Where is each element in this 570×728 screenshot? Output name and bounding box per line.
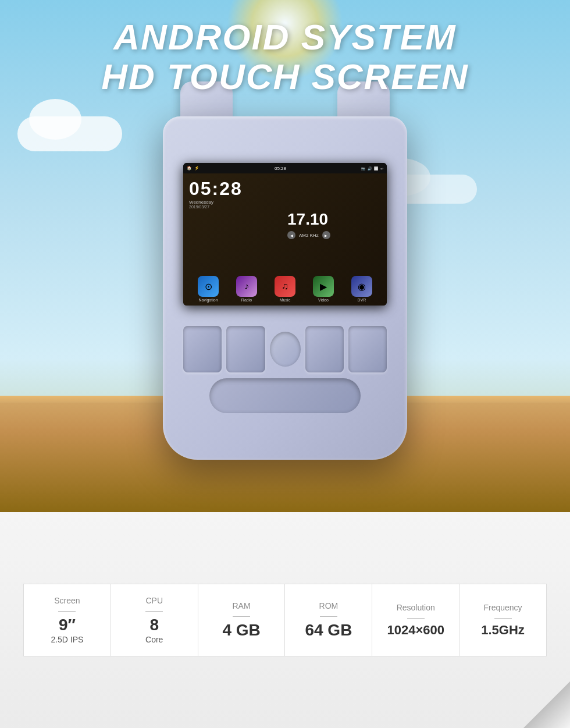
vent-slot-left1 (183, 326, 222, 372)
spec-rom: ROM 64 GB (284, 584, 372, 657)
spec-frequency-label: Frequency (483, 603, 522, 612)
spec-screen-value: 9″ (59, 616, 76, 634)
dvr-icon: ◉ (351, 276, 372, 297)
spec-rom-value: 64 GB (305, 622, 352, 640)
spec-ram-divider (233, 616, 250, 617)
spec-screen-sub: 2.5D IPS (51, 635, 83, 644)
spec-resolution-value: 1024×600 (387, 623, 444, 637)
vent-center (270, 332, 301, 367)
spec-cpu-label: CPU (145, 596, 163, 605)
app-video[interactable]: ▶ Video (313, 276, 334, 302)
spec-cpu-value: 8 (149, 616, 159, 634)
vent-row (183, 326, 387, 372)
radio-label: Radio (241, 298, 252, 302)
radio-mode: AM2 KHz (299, 233, 319, 238)
car-fascia: 🏠 ⚡ 05:28 📷 🔊 ⬜ ↩ 05:28 (163, 116, 407, 460)
radio-frequency: 17.10 (287, 210, 328, 229)
app-navigation[interactable]: ⊙ Navigation (198, 276, 219, 302)
status-right-icons: 📷 🔊 ⬜ ↩ (361, 166, 383, 171)
spec-cpu: CPU 8 Core (111, 584, 198, 657)
music-label: Music (280, 298, 290, 302)
heading-line2: HD TOUCH SCREEN (101, 56, 469, 97)
radio-icon: ♪ (236, 276, 257, 297)
music-icon: ♫ (275, 276, 295, 297)
status-bar: 🏠 ⚡ 05:28 📷 🔊 ⬜ ↩ (183, 163, 387, 173)
specs-grid: Screen 9″ 2.5D IPS CPU 8 Core RAM 4 GB R… (23, 584, 547, 657)
app-dvr[interactable]: ◉ DVR (351, 276, 372, 302)
spec-screen: Screen 9″ 2.5D IPS (23, 584, 111, 657)
bottom-vent (209, 378, 361, 413)
spec-screen-divider (58, 611, 76, 612)
spec-ram-value: 4 GB (222, 622, 260, 640)
spec-screen-label: Screen (54, 596, 80, 605)
vent-slot-right1 (305, 326, 344, 372)
radio-next-btn[interactable]: ▶ (322, 231, 330, 239)
radio-prev-btn[interactable]: ◀ (287, 231, 295, 239)
spec-frequency-divider (494, 618, 512, 619)
status-left-icons: 🏠 ⚡ (187, 166, 200, 171)
bottom-panel (183, 320, 387, 448)
dvr-label: DVR (358, 298, 366, 302)
device-container: 🏠 ⚡ 05:28 📷 🔊 ⬜ ↩ 05:28 (157, 81, 413, 466)
app-row: ⊙ Navigation ♪ Radio ♫ Music ▶ (183, 274, 387, 306)
specs-section: Screen 9″ 2.5D IPS CPU 8 Core RAM 4 GB R… (0, 512, 570, 728)
sky-background: ANDROID SYSTEM HD TOUCH SCREEN 🏠 ⚡ 05:28 (0, 0, 570, 512)
clock-date: 2019/03/27 (189, 205, 283, 209)
clock-display: 05:28 (189, 178, 283, 200)
radio-controls: ◀ AM2 KHz ▶ (287, 231, 330, 239)
spec-ram: RAM 4 GB (198, 584, 285, 657)
clock-day: Wednesday (189, 200, 283, 205)
app-music[interactable]: ♫ Music (275, 276, 295, 302)
vent-slot-right2 (348, 326, 387, 372)
spec-frequency-value: 1.5GHz (481, 623, 525, 637)
vent-slot-left2 (226, 326, 265, 372)
spec-cpu-sub: Core (145, 635, 163, 644)
spec-rom-divider (320, 616, 337, 617)
video-label: Video (318, 298, 329, 302)
paper-curl-decoration (523, 681, 570, 728)
navigation-label: Navigation (198, 298, 218, 302)
heading-section: ANDROID SYSTEM HD TOUCH SCREEN (0, 17, 570, 97)
spec-ram-label: RAM (233, 601, 251, 610)
app-radio[interactable]: ♪ Radio (236, 276, 257, 302)
spec-resolution: Resolution 1024×600 (372, 584, 459, 657)
head-unit: 🏠 ⚡ 05:28 📷 🔊 ⬜ ↩ 05:28 (183, 163, 387, 306)
spec-rom-label: ROM (319, 601, 339, 610)
spec-frequency: Frequency 1.5GHz (459, 584, 547, 657)
clock-left: 05:28 Wednesday 2019/03/27 (189, 178, 283, 271)
status-time: 05:28 (275, 166, 286, 171)
navigation-icon: ⊙ (198, 276, 219, 297)
screen-content: 05:28 Wednesday 2019/03/27 17.10 ◀ (183, 173, 387, 306)
radio-section: 17.10 ◀ AM2 KHz ▶ (287, 178, 381, 271)
video-icon: ▶ (313, 276, 334, 297)
spec-resolution-label: Resolution (397, 603, 435, 612)
spec-cpu-divider (145, 611, 163, 612)
cloud-left (17, 116, 122, 151)
heading-line1: ANDROID SYSTEM (113, 17, 456, 57)
spec-resolution-divider (407, 618, 425, 619)
clock-section: 05:28 Wednesday 2019/03/27 17.10 ◀ (183, 173, 387, 274)
